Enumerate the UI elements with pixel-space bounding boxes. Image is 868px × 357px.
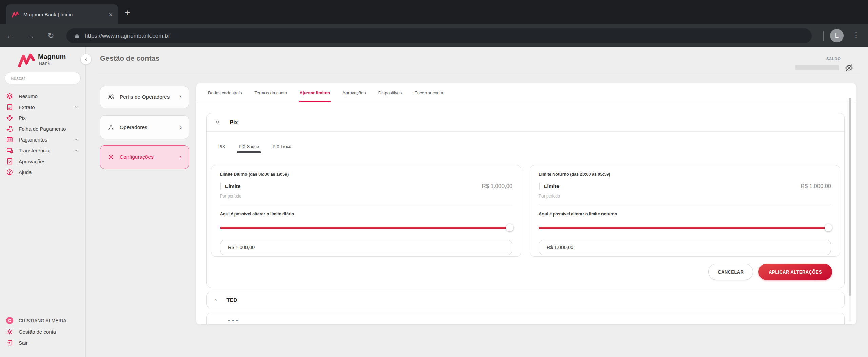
limit-helper-text: Aqui é possível alterar o limite diário — [220, 212, 512, 217]
sidebar-collapse-button[interactable]: ‹ — [80, 54, 92, 65]
sidebar-item-transferencia[interactable]: Transferência — [0, 145, 86, 156]
payroll-icon — [6, 125, 13, 132]
gear-icon — [6, 328, 13, 335]
lock-icon — [74, 33, 80, 39]
nav-card-operadores[interactable]: Operadores › — [100, 115, 189, 139]
sidebar-item-gestao-de-conta[interactable]: Gestão de conta — [0, 326, 86, 337]
chevron-right-icon: › — [180, 124, 182, 131]
account-settings-panel: Dados cadastrais Termos da conta Ajustar… — [196, 83, 856, 325]
apply-changes-button[interactable]: APLICAR ALTERAÇÕES — [758, 264, 832, 280]
sidebar-item-label: Pagamentos — [19, 137, 73, 143]
search-input[interactable] — [5, 72, 81, 84]
limit-value: R$ 1.000,00 — [801, 183, 831, 189]
statement-icon — [6, 104, 13, 111]
chevron-down-icon — [73, 137, 80, 142]
sidebar-item-aprovacoes[interactable]: Aprovações — [0, 156, 86, 167]
sidebar-item-label: Ajuda — [19, 169, 80, 175]
url-text: https://www.magnumbank.com.br — [85, 33, 170, 39]
cancel-button[interactable]: CANCELAR — [708, 264, 753, 280]
daytime-limit-slider[interactable] — [220, 224, 512, 231]
new-tab-button[interactable]: + — [125, 7, 130, 18]
settings-tabs: Dados cadastrais Termos da conta Ajustar… — [196, 83, 856, 102]
sidebar-item-folha-de-pagamento[interactable]: Folha de Pagamento — [0, 123, 86, 134]
user-icon — [107, 123, 115, 131]
users-icon — [107, 93, 115, 101]
tab-close-icon[interactable]: × — [109, 11, 113, 18]
nav-card-perfis-de-operadores[interactable]: Perfis de Operadores › — [100, 86, 189, 108]
tab-aprovacoes[interactable]: Aprovações — [342, 90, 366, 102]
sidebar-footer: C CRISTIANO ALMEIDA Gestão de conta Sair — [0, 315, 86, 349]
tab-termos-da-conta[interactable]: Termos da conta — [254, 90, 287, 102]
nav-card-label: Configurações — [120, 154, 180, 160]
limit-accent-bar — [220, 183, 221, 190]
pix-accordion-section: Pix PIX PIX Saque PIX Troco Limite Diurn… — [206, 113, 845, 288]
period-hint: Por período — [539, 194, 831, 199]
pix-subtabs: PIX PIX Saque PIX Troco — [218, 144, 844, 153]
night-limit-slider[interactable] — [539, 224, 831, 231]
clipped-section-text: --- — [228, 316, 240, 324]
browser-tab-bar: Magnum Bank | Início × + — [0, 0, 868, 24]
subtab-pix[interactable]: PIX — [218, 144, 225, 153]
browser-profile-avatar[interactable]: L — [830, 29, 844, 42]
browser-tab[interactable]: Magnum Bank | Início × — [6, 4, 118, 24]
sidebar-item-label: Transferência — [19, 148, 73, 153]
back-icon[interactable]: ← — [0, 31, 20, 40]
reload-icon[interactable]: ↻ — [41, 31, 61, 40]
logo-sub: Bank — [38, 60, 66, 66]
tab-ajustar-limites[interactable]: Ajustar limites — [300, 90, 330, 102]
sidebar-item-ajuda[interactable]: Ajuda — [0, 167, 86, 177]
tab-dados-cadastrais[interactable]: Dados cadastrais — [208, 90, 242, 102]
hidden-balance-bar — [795, 65, 839, 70]
panel-scrollbar-thumb[interactable] — [849, 98, 851, 296]
magnum-logo: Magnum Bank — [18, 53, 66, 68]
subtab-pix-troco[interactable]: PIX Troco — [273, 144, 291, 153]
nav-card-configuracoes[interactable]: Configurações › — [100, 145, 189, 169]
pix-icon — [6, 114, 13, 121]
barcode-icon — [6, 136, 13, 143]
tab-dispositivos[interactable]: Dispositivos — [378, 90, 402, 102]
sidebar-item-label: Aprovações — [19, 158, 80, 164]
ted-accordion-section[interactable]: › TED — [206, 292, 845, 308]
subtab-pix-saque[interactable]: PIX Saque — [239, 144, 259, 153]
limit-label: Limite — [544, 183, 559, 189]
sidebar-item-sair[interactable]: Sair — [0, 337, 86, 349]
sidebar-item-pix[interactable]: Pix — [0, 112, 86, 123]
sidebar: Magnum Bank Resumo Extrato Pix — [0, 47, 86, 357]
sidebar-item-extrato[interactable]: Extrato — [0, 101, 86, 112]
document-check-icon — [6, 158, 13, 165]
sidebar-user[interactable]: C CRISTIANO ALMEIDA — [0, 315, 86, 326]
chevron-right-icon: › — [180, 94, 182, 100]
panel-scrollbar[interactable] — [849, 98, 851, 322]
daytime-limit-input[interactable] — [220, 240, 512, 255]
night-limit-input[interactable] — [539, 240, 831, 255]
user-name: CRISTIANO ALMEIDA — [19, 318, 80, 323]
eye-off-icon[interactable] — [844, 63, 854, 73]
limit-cards-row: Limite Diurno (das 06:00 às 19:59) Limit… — [211, 165, 840, 257]
chevron-down-icon — [215, 120, 220, 125]
nav-card-label: Operadores — [120, 124, 180, 130]
slider-track — [539, 227, 831, 229]
toolbar-divider — [823, 31, 824, 41]
forward-icon[interactable]: → — [20, 31, 41, 40]
section-title: Pix — [230, 119, 238, 126]
slider-thumb[interactable] — [825, 224, 832, 231]
period-title: Limite Diurno (das 06:00 às 19:59) — [220, 172, 512, 177]
sidebar-item-pagamentos[interactable]: Pagamentos — [0, 134, 86, 145]
chevron-down-icon — [73, 105, 80, 109]
sidebar-item-resumo[interactable]: Resumo — [0, 91, 86, 101]
tab-encerrar-conta[interactable]: Encerrar conta — [414, 90, 443, 102]
slider-thumb[interactable] — [506, 224, 513, 231]
help-icon — [6, 169, 13, 176]
nav-card-label: Perfis de Operadores — [120, 94, 180, 100]
page-title: Gestão de contas — [100, 54, 159, 62]
browser-menu-icon[interactable]: ⋮ — [852, 31, 860, 39]
address-bar[interactable]: https://www.magnumbank.com.br — [66, 28, 812, 43]
logo-name: Magnum — [38, 53, 66, 60]
clipped-accordion-section[interactable]: --- — [206, 313, 845, 325]
section-title: TED — [226, 297, 237, 303]
chevron-right-icon: › — [180, 154, 182, 161]
sidebar-menu: Resumo Extrato Pix Folha de Pagamento — [0, 91, 86, 177]
limit-helper-text: Aqui é possível alterar o limite noturno — [539, 212, 831, 217]
favicon-magnum-logo-icon — [12, 11, 19, 18]
pix-accordion-header[interactable]: Pix — [207, 113, 844, 132]
